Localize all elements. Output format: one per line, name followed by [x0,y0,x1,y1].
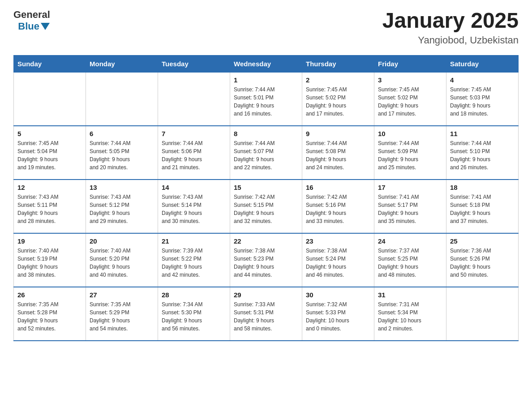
day-cell: 9Sunrise: 7:44 AMSunset: 5:08 PMDaylight… [302,126,374,180]
day-cell: 29Sunrise: 7:33 AMSunset: 5:31 PMDayligh… [230,287,302,341]
day-cell: 24Sunrise: 7:37 AMSunset: 5:25 PMDayligh… [374,233,446,287]
logo-general: General [13,9,50,21]
day-info: Sunrise: 7:44 AMSunset: 5:08 PMDaylight:… [306,139,370,171]
day-number: 2 [306,76,370,84]
day-number: 1 [234,76,298,84]
day-number: 30 [306,291,370,299]
day-cell: 30Sunrise: 7:32 AMSunset: 5:33 PMDayligh… [302,287,374,341]
page-header: General Blue January 2025 Yangiobod, Uzb… [13,9,519,46]
day-cell: 23Sunrise: 7:38 AMSunset: 5:24 PMDayligh… [302,233,374,287]
day-info: Sunrise: 7:40 AMSunset: 5:20 PMDaylight:… [90,247,154,279]
day-number: 6 [90,130,154,137]
day-number: 18 [450,184,515,191]
col-wednesday: Wednesday [230,55,302,72]
week-row-1: 1Sunrise: 7:44 AMSunset: 5:01 PMDaylight… [14,72,519,126]
day-cell: 22Sunrise: 7:38 AMSunset: 5:23 PMDayligh… [230,233,302,287]
day-number: 7 [162,130,226,137]
day-number: 31 [378,291,442,299]
day-number: 10 [378,130,442,137]
day-number: 13 [90,184,154,191]
day-cell: 27Sunrise: 7:35 AMSunset: 5:29 PMDayligh… [86,287,158,341]
day-number: 9 [306,130,370,137]
day-cell: 10Sunrise: 7:44 AMSunset: 5:09 PMDayligh… [374,126,446,180]
day-info: Sunrise: 7:35 AMSunset: 5:29 PMDaylight:… [90,300,154,333]
day-number: 20 [90,237,154,245]
week-row-3: 12Sunrise: 7:43 AMSunset: 5:11 PMDayligh… [14,180,519,233]
day-info: Sunrise: 7:39 AMSunset: 5:22 PMDaylight:… [162,247,226,279]
day-cell: 8Sunrise: 7:44 AMSunset: 5:07 PMDaylight… [230,126,302,180]
day-cell: 15Sunrise: 7:42 AMSunset: 5:15 PMDayligh… [230,180,302,233]
day-cell: 1Sunrise: 7:44 AMSunset: 5:01 PMDaylight… [230,72,302,126]
day-number: 25 [450,237,515,245]
day-cell [446,287,519,341]
day-number: 19 [17,237,82,245]
day-cell: 6Sunrise: 7:44 AMSunset: 5:05 PMDaylight… [86,126,158,180]
calendar-title: January 2025 [382,9,519,33]
day-cell: 2Sunrise: 7:45 AMSunset: 5:02 PMDaylight… [302,72,374,126]
day-info: Sunrise: 7:37 AMSunset: 5:25 PMDaylight:… [378,247,442,279]
day-cell: 11Sunrise: 7:44 AMSunset: 5:10 PMDayligh… [446,126,519,180]
day-info: Sunrise: 7:45 AMSunset: 5:04 PMDaylight:… [17,139,82,171]
day-info: Sunrise: 7:44 AMSunset: 5:10 PMDaylight:… [450,139,515,171]
day-cell: 4Sunrise: 7:45 AMSunset: 5:03 PMDaylight… [446,72,519,126]
col-saturday: Saturday [446,55,519,72]
day-cell [86,72,158,126]
day-info: Sunrise: 7:34 AMSunset: 5:30 PMDaylight:… [162,300,226,333]
day-number: 14 [162,184,226,191]
day-info: Sunrise: 7:32 AMSunset: 5:33 PMDaylight:… [306,300,370,333]
day-number: 3 [378,76,442,84]
day-cell: 7Sunrise: 7:44 AMSunset: 5:06 PMDaylight… [158,126,230,180]
day-cell [14,72,86,126]
day-cell: 25Sunrise: 7:36 AMSunset: 5:26 PMDayligh… [446,233,519,287]
day-info: Sunrise: 7:44 AMSunset: 5:06 PMDaylight:… [162,139,226,171]
day-cell [158,72,230,126]
day-cell: 21Sunrise: 7:39 AMSunset: 5:22 PMDayligh… [158,233,230,287]
week-row-5: 26Sunrise: 7:35 AMSunset: 5:28 PMDayligh… [14,287,519,341]
day-info: Sunrise: 7:44 AMSunset: 5:05 PMDaylight:… [90,139,154,171]
day-cell: 13Sunrise: 7:43 AMSunset: 5:12 PMDayligh… [86,180,158,233]
day-cell: 17Sunrise: 7:41 AMSunset: 5:17 PMDayligh… [374,180,446,233]
day-number: 28 [162,291,226,299]
day-number: 12 [17,184,82,191]
day-number: 24 [378,237,442,245]
day-info: Sunrise: 7:44 AMSunset: 5:07 PMDaylight:… [234,139,298,171]
week-row-2: 5Sunrise: 7:45 AMSunset: 5:04 PMDaylight… [14,126,519,180]
col-thursday: Thursday [302,55,374,72]
day-cell: 19Sunrise: 7:40 AMSunset: 5:19 PMDayligh… [14,233,86,287]
day-info: Sunrise: 7:45 AMSunset: 5:03 PMDaylight:… [450,86,515,118]
svg-marker-0 [41,23,50,30]
col-tuesday: Tuesday [158,55,230,72]
day-cell: 14Sunrise: 7:43 AMSunset: 5:14 PMDayligh… [158,180,230,233]
day-cell: 12Sunrise: 7:43 AMSunset: 5:11 PMDayligh… [14,180,86,233]
day-info: Sunrise: 7:45 AMSunset: 5:02 PMDaylight:… [378,86,442,118]
day-info: Sunrise: 7:44 AMSunset: 5:09 PMDaylight:… [378,139,442,171]
logo-triangle-icon [40,22,50,31]
day-info: Sunrise: 7:33 AMSunset: 5:31 PMDaylight:… [234,300,298,333]
day-info: Sunrise: 7:43 AMSunset: 5:11 PMDaylight:… [17,193,82,225]
day-info: Sunrise: 7:44 AMSunset: 5:01 PMDaylight:… [234,86,298,118]
day-cell: 26Sunrise: 7:35 AMSunset: 5:28 PMDayligh… [14,287,86,341]
day-info: Sunrise: 7:43 AMSunset: 5:14 PMDaylight:… [162,193,226,225]
day-cell: 5Sunrise: 7:45 AMSunset: 5:04 PMDaylight… [14,126,86,180]
day-number: 5 [17,130,82,137]
day-cell: 18Sunrise: 7:41 AMSunset: 5:18 PMDayligh… [446,180,519,233]
day-info: Sunrise: 7:43 AMSunset: 5:12 PMDaylight:… [90,193,154,225]
col-sunday: Sunday [14,55,86,72]
day-info: Sunrise: 7:45 AMSunset: 5:02 PMDaylight:… [306,86,370,118]
day-info: Sunrise: 7:38 AMSunset: 5:23 PMDaylight:… [234,247,298,279]
day-number: 15 [234,184,298,191]
day-info: Sunrise: 7:41 AMSunset: 5:18 PMDaylight:… [450,193,515,225]
day-number: 11 [450,130,515,137]
day-number: 21 [162,237,226,245]
day-number: 29 [234,291,298,299]
day-cell: 3Sunrise: 7:45 AMSunset: 5:02 PMDaylight… [374,72,446,126]
calendar-table: Sunday Monday Tuesday Wednesday Thursday… [13,55,519,342]
day-info: Sunrise: 7:41 AMSunset: 5:17 PMDaylight:… [378,193,442,225]
day-number: 22 [234,237,298,245]
day-info: Sunrise: 7:31 AMSunset: 5:34 PMDaylight:… [378,300,442,333]
day-number: 23 [306,237,370,245]
day-info: Sunrise: 7:42 AMSunset: 5:15 PMDaylight:… [234,193,298,225]
header-row: Sunday Monday Tuesday Wednesday Thursday… [14,55,519,72]
logo-blue: Blue [18,21,39,32]
day-info: Sunrise: 7:40 AMSunset: 5:19 PMDaylight:… [17,247,82,279]
